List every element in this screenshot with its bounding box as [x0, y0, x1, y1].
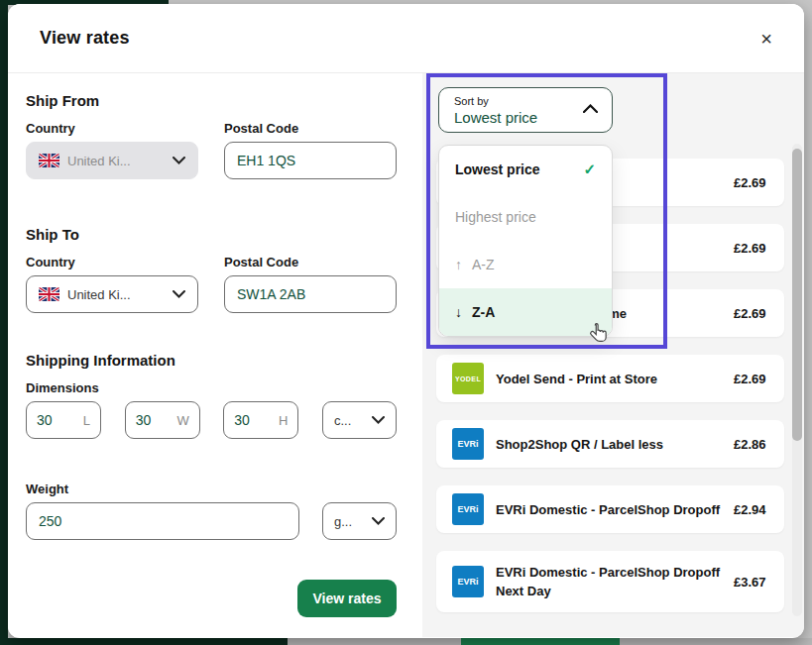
rate-price: £3.67 — [734, 575, 766, 590]
ship-from-country-label: Country — [26, 121, 198, 136]
option-label: Highest price — [455, 209, 536, 225]
dimensions-label: Dimensions — [26, 380, 397, 395]
menu-item-a-z[interactable]: ↑ A-Z — [439, 241, 612, 288]
weight-unit-value: g... — [334, 514, 352, 529]
chevron-down-icon — [173, 290, 185, 298]
modal-title: View rates — [40, 28, 130, 49]
chevron-up-icon — [583, 104, 598, 113]
ship-from-country-value: United Ki... — [67, 154, 165, 168]
rate-label: Shop2Shop QR / Label less — [496, 437, 663, 452]
modal-body: Ship From Country United Ki... Postal Co… — [8, 73, 804, 637]
rate-card[interactable]: EVRi Shop2Shop QR / Label less £2.86 — [436, 420, 784, 468]
yodel-logo-icon: YODEL — [452, 363, 484, 394]
option-label: Lowest price — [455, 161, 540, 177]
dimension-unit-select[interactable]: c... — [322, 401, 397, 439]
option-label: A-Z — [472, 257, 495, 272]
check-icon: ✓ — [583, 161, 596, 178]
dimension-unit-value: c... — [334, 413, 351, 428]
close-icon[interactable]: × — [756, 25, 776, 53]
ship-from-country-select[interactable]: United Ki... — [26, 142, 198, 179]
evri-logo-icon: EVRi — [452, 493, 484, 525]
uk-flag-icon — [39, 287, 59, 301]
shipping-form: Ship From Country United Ki... Postal Co… — [8, 73, 422, 637]
rate-card[interactable]: EVRi EVRi Domestic - ParcelShop Dropoff … — [436, 551, 784, 612]
ship-to-country-label: Country — [26, 255, 198, 269]
scrollbar-thumb[interactable] — [792, 149, 802, 441]
ship-to-country-select[interactable]: United Ki... — [26, 275, 198, 313]
menu-item-z-a[interactable]: ↓ Z-A — [439, 288, 612, 336]
length-suffix: L — [83, 413, 90, 428]
rate-price: £2.69 — [734, 241, 766, 256]
sort-by-label: Sort by — [454, 95, 572, 107]
ship-from-postal-label: Postal Code — [224, 121, 397, 136]
shipping-info-heading: Shipping Information — [26, 352, 397, 369]
uk-flag-icon — [39, 154, 59, 167]
dimension-height-input[interactable]: 30 H — [223, 401, 298, 439]
arrow-down-icon: ↓ — [455, 304, 462, 320]
chevron-down-icon — [372, 416, 385, 424]
arrow-up-icon: ↑ — [455, 257, 462, 272]
sort-by-value: Lowest price — [454, 109, 572, 126]
rate-card[interactable]: EVRi EVRi Domestic - ParcelShop Dropoff … — [436, 485, 784, 533]
rate-price: £2.86 — [734, 437, 766, 452]
ship-to-postal-input[interactable]: SW1A 2AB — [224, 275, 397, 313]
width-value: 30 — [136, 412, 177, 428]
rate-price: £2.94 — [734, 502, 766, 517]
dimension-width-input[interactable]: 30 W — [125, 401, 200, 439]
rate-label: Yodel Send - Print at Store — [496, 372, 657, 386]
chevron-down-icon — [173, 157, 185, 164]
backdrop-left-strip — [0, 0, 8, 645]
modal-header: View rates × — [8, 4, 804, 73]
ship-to-postal-label: Postal Code — [224, 255, 397, 269]
weight-label: Weight — [26, 482, 397, 496]
view-rates-modal: View rates × Ship From Country United Ki… — [8, 4, 804, 638]
rate-price: £2.69 — [734, 306, 766, 321]
menu-item-highest-price[interactable]: Highest price — [439, 193, 612, 241]
height-suffix: H — [279, 413, 288, 428]
width-suffix: W — [176, 413, 188, 428]
sort-by-dropdown[interactable]: Sort by Lowest price — [438, 87, 613, 133]
length-value: 30 — [37, 412, 83, 428]
rate-label: EVRi Domestic - ParcelShop Dropoff — [496, 502, 720, 517]
evri-logo-icon: EVRi — [452, 566, 484, 597]
menu-item-lowest-price[interactable]: Lowest price ✓ — [439, 146, 612, 193]
weight-unit-select[interactable]: g... — [322, 502, 397, 540]
backdrop-bottom-green-button — [461, 638, 620, 645]
ship-to-heading: Ship To — [26, 226, 397, 243]
view-rates-button[interactable]: View rates — [297, 580, 397, 617]
option-label: Z-A — [472, 304, 495, 320]
rate-label: EVRi Domestic - ParcelShop Dropoff Next … — [496, 563, 734, 601]
ship-from-heading: Ship From — [26, 92, 397, 109]
chevron-down-icon — [372, 517, 385, 525]
rate-card[interactable]: YODEL Yodel Send - Print at Store £2.69 — [436, 355, 784, 402]
backdrop-bottom-dark-green — [8, 638, 288, 645]
height-value: 30 — [234, 412, 279, 428]
ship-to-country-value: United Ki... — [67, 287, 165, 302]
evri-logo-icon: EVRi — [452, 428, 484, 460]
screen: View rates × Ship From Country United Ki… — [0, 0, 812, 645]
sort-options-menu: Lowest price ✓ Highest price ↑ A-Z ↓ Z-A — [438, 145, 613, 337]
rate-price: £2.69 — [734, 175, 766, 190]
weight-input[interactable]: 250 — [26, 502, 299, 540]
rate-price: £2.69 — [734, 372, 766, 386]
dimension-length-input[interactable]: 30 L — [26, 401, 101, 439]
ship-from-postal-input[interactable]: EH1 1QS — [224, 142, 397, 179]
